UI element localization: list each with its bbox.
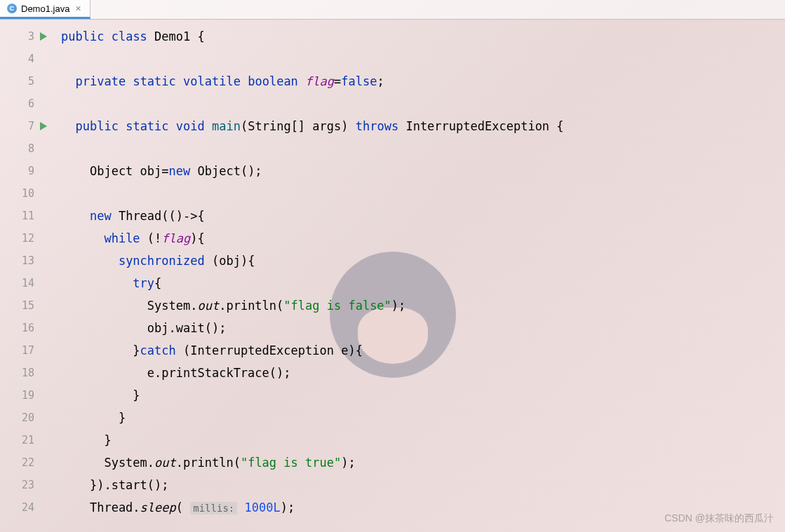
code-line[interactable]: try{ (61, 272, 564, 294)
gutter-line[interactable]: 5 (0, 70, 53, 93)
file-tab-active[interactable]: C Demo1.java × (0, 0, 90, 19)
gutter-line[interactable]: 23 (0, 474, 53, 496)
gutter-line[interactable]: 14 (0, 272, 53, 294)
line-number: 17 (18, 339, 34, 362)
code-line[interactable]: public static void main(String[] args) t… (61, 115, 564, 137)
line-number: 16 (18, 317, 34, 339)
gutter-line[interactable]: 13 (0, 250, 53, 272)
line-number: 3 (18, 25, 34, 48)
gutter-line[interactable]: 4 (0, 48, 53, 70)
code-line[interactable] (61, 182, 564, 205)
gutter-line[interactable]: 18 (0, 362, 53, 384)
gutter-line[interactable]: 6 (0, 93, 53, 115)
line-number: 5 (18, 70, 34, 93)
gutter-line[interactable]: 20 (0, 407, 53, 429)
gutter-line[interactable]: 10 (0, 182, 53, 205)
line-number: 11 (18, 205, 34, 227)
code-line[interactable]: public class Demo1 { (61, 25, 564, 48)
code-line[interactable]: } (61, 429, 564, 451)
code-content[interactable]: public class Demo1 { private static vola… (53, 20, 564, 519)
gutter-line[interactable]: 24 (0, 496, 53, 519)
line-number: 19 (18, 384, 34, 407)
line-number: 18 (18, 362, 34, 384)
line-number: 23 (18, 474, 34, 496)
line-number: 20 (18, 407, 34, 429)
code-line[interactable]: }).start(); (61, 474, 564, 496)
run-gutter-icon[interactable] (40, 32, 47, 41)
code-line[interactable]: System.out.println("flag is false"); (61, 294, 564, 317)
line-number: 9 (18, 160, 34, 182)
line-number: 10 (18, 182, 34, 205)
code-line[interactable]: while (!flag){ (61, 227, 564, 250)
code-line[interactable]: } (61, 407, 564, 429)
gutter-line[interactable]: 19 (0, 384, 53, 407)
gutter-line[interactable]: 16 (0, 317, 53, 339)
editor-tab-bar: C Demo1.java × (0, 0, 785, 20)
code-line[interactable] (61, 137, 564, 160)
line-number: 15 (18, 294, 34, 317)
gutter-line[interactable]: 12 (0, 227, 53, 250)
close-icon[interactable]: × (74, 3, 82, 14)
line-number-gutter: 3456789101112131415161718192021222324 (0, 20, 53, 519)
code-line[interactable]: } (61, 384, 564, 407)
gutter-line[interactable]: 7 (0, 115, 53, 137)
gutter-line[interactable]: 21 (0, 429, 53, 451)
gutter-line[interactable]: 11 (0, 205, 53, 227)
line-number: 12 (18, 227, 34, 250)
code-line[interactable]: }catch (InterruptedException e){ (61, 339, 564, 362)
line-number: 22 (18, 451, 34, 474)
code-line[interactable]: e.printStackTrace(); (61, 362, 564, 384)
code-line[interactable]: private static volatile boolean flag=fal… (61, 70, 564, 93)
watermark-text: CSDN @抹茶味的西瓜汁 (664, 512, 774, 525)
line-number: 13 (18, 250, 34, 272)
line-number: 14 (18, 272, 34, 294)
code-line[interactable]: System.out.println("flag is true"); (61, 451, 564, 474)
code-editor[interactable]: 3456789101112131415161718192021222324 pu… (0, 20, 785, 519)
code-line[interactable]: obj.wait(); (61, 317, 564, 339)
gutter-line[interactable]: 8 (0, 137, 53, 160)
code-line[interactable] (61, 93, 564, 115)
tab-filename: Demo1.java (21, 4, 69, 14)
run-gutter-icon[interactable] (40, 122, 47, 130)
gutter-line[interactable]: 22 (0, 451, 53, 474)
code-line[interactable]: synchronized (obj){ (61, 250, 564, 272)
gutter-line[interactable]: 15 (0, 294, 53, 317)
java-class-icon: C (7, 4, 17, 13)
code-line[interactable]: Thread.sleep( millis: 1000L); (61, 496, 564, 519)
code-line[interactable]: new Thread(()->{ (61, 205, 564, 227)
line-number: 8 (18, 137, 34, 160)
code-line[interactable]: Object obj=new Object(); (61, 160, 564, 182)
code-line[interactable] (61, 48, 564, 70)
gutter-line[interactable]: 9 (0, 160, 53, 182)
gutter-line[interactable]: 3 (0, 25, 53, 48)
line-number: 21 (18, 429, 34, 451)
line-number: 7 (18, 115, 34, 137)
line-number: 4 (18, 48, 34, 70)
line-number: 6 (18, 93, 34, 115)
line-number: 24 (18, 496, 34, 519)
gutter-line[interactable]: 17 (0, 339, 53, 362)
